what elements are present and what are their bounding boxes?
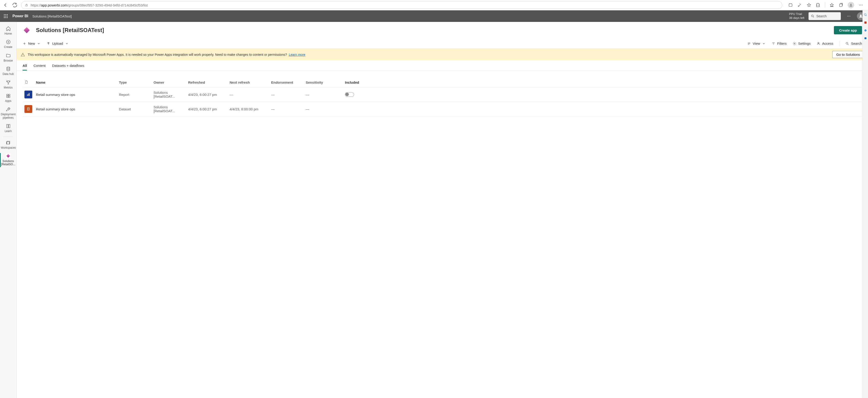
app-launcher-icon[interactable] xyxy=(3,13,8,19)
table-row[interactable]: Retail summary store opsDatasetSolutions… xyxy=(23,102,862,117)
learn-more-link[interactable]: Learn more xyxy=(289,53,306,57)
edge-tool-icon[interactable] xyxy=(864,37,867,40)
col-owner[interactable]: Owner xyxy=(152,78,186,87)
svg-rect-42 xyxy=(864,37,866,39)
svg-point-13 xyxy=(4,17,5,18)
edge-tool-icon[interactable] xyxy=(864,21,867,24)
col-endorsement[interactable]: Endorsement xyxy=(269,78,304,87)
svg-point-10 xyxy=(4,16,5,16)
favorite-icon[interactable] xyxy=(806,3,811,8)
nav-active-workspace[interactable]: Solutions[RetailSO... xyxy=(0,152,17,168)
nav-learn[interactable]: Learn xyxy=(0,122,17,135)
apps-icon xyxy=(6,93,11,98)
refresh-button[interactable] xyxy=(12,2,18,8)
table-row[interactable]: Retail summary store opsReportSolutions … xyxy=(23,87,862,102)
app-mode-icon[interactable] xyxy=(788,3,793,8)
breadcrumb[interactable]: Solutions [RetailSOATest] xyxy=(32,14,72,18)
filters-button[interactable]: Filters xyxy=(772,41,786,45)
svg-point-22 xyxy=(7,67,10,68)
app-topbar: Power BI Solutions [RetailSOATest] PPU T… xyxy=(0,10,868,22)
favorites-list-icon[interactable] xyxy=(829,3,834,8)
svg-rect-26 xyxy=(8,96,10,98)
svg-point-34 xyxy=(846,42,848,44)
nav-rail: Home Create Browse Data hub Metrics Apps… xyxy=(0,22,17,398)
upload-button[interactable]: Upload xyxy=(46,41,69,45)
nav-create[interactable]: Create xyxy=(0,38,17,51)
command-bar: New Upload View Filters Settings xyxy=(17,38,868,48)
extensions-icon[interactable] xyxy=(816,3,821,8)
svg-rect-23 xyxy=(6,94,8,96)
nav-apps[interactable]: Apps xyxy=(0,92,17,105)
svg-rect-0 xyxy=(26,5,27,6)
collections-icon[interactable] xyxy=(838,3,843,8)
item-included xyxy=(343,87,862,102)
separator xyxy=(3,137,13,137)
col-sensitivity[interactable]: Sensitivity xyxy=(304,78,343,87)
col-refreshed[interactable]: Refreshed xyxy=(186,78,228,87)
svg-point-9 xyxy=(7,14,8,15)
svg-point-41 xyxy=(864,29,866,31)
report-icon xyxy=(25,91,32,98)
svg-point-3 xyxy=(850,4,851,5)
brand-label[interactable]: Power BI xyxy=(12,14,28,18)
back-button[interactable] xyxy=(2,2,8,8)
create-app-button[interactable]: Create app xyxy=(834,26,862,34)
workspaces-icon xyxy=(6,140,11,145)
svg-rect-2 xyxy=(839,4,842,7)
new-button[interactable]: New xyxy=(23,41,40,45)
svg-point-32 xyxy=(794,43,795,44)
search-icon xyxy=(845,42,849,45)
svg-rect-24 xyxy=(8,94,10,96)
item-owner: Solutions [RetailSOAT... xyxy=(152,87,186,102)
svg-rect-36 xyxy=(28,94,29,96)
content-tabs: All Content Datasets + dataflows xyxy=(17,60,868,71)
col-name[interactable]: Name xyxy=(34,78,117,87)
col-type[interactable]: Type xyxy=(117,78,152,87)
nav-datahub[interactable]: Data hub xyxy=(0,65,17,78)
go-to-solutions-button[interactable]: Go to Solutions xyxy=(832,51,864,58)
workspace-search-button[interactable]: Search xyxy=(845,41,862,45)
upload-icon xyxy=(46,42,50,45)
item-type: Report xyxy=(117,87,152,102)
list-icon xyxy=(747,42,751,45)
item-endorsement: — xyxy=(269,87,304,102)
address-bar[interactable]: https://app.powerbi.com/groups/08ecf957-… xyxy=(21,1,782,9)
global-search-input[interactable]: Search xyxy=(808,12,841,20)
plus-circle-icon xyxy=(6,39,11,44)
item-included xyxy=(343,102,862,117)
nav-metrics[interactable]: Metrics xyxy=(0,78,17,92)
settings-button[interactable]: Settings xyxy=(793,41,811,45)
svg-rect-35 xyxy=(27,95,28,96)
edge-sidebar xyxy=(863,10,868,398)
item-name[interactable]: Retail summary store ops xyxy=(34,87,117,102)
separator xyxy=(825,3,825,8)
tab-all[interactable]: All xyxy=(23,64,27,70)
col-included[interactable]: Included xyxy=(343,78,862,87)
item-refreshed: 4/4/23, 6:00:27 pm xyxy=(186,87,228,102)
read-aloud-icon[interactable] xyxy=(797,3,802,8)
nav-browse[interactable]: Browse xyxy=(0,51,17,65)
item-name[interactable]: Retail summary store ops xyxy=(34,102,117,117)
included-toggle[interactable] xyxy=(345,92,354,97)
edge-tool-icon[interactable] xyxy=(864,29,867,32)
edge-search-icon[interactable] xyxy=(864,13,867,16)
svg-point-27 xyxy=(8,108,9,109)
browser-profile-icon[interactable] xyxy=(848,2,854,8)
browser-more-icon[interactable] xyxy=(858,3,863,8)
svg-point-15 xyxy=(7,17,8,18)
tab-datasets[interactable]: Datasets + dataflows xyxy=(52,64,84,70)
nav-pipelines[interactable]: Deployment pipelines xyxy=(0,105,17,122)
col-next-refresh[interactable]: Next refresh xyxy=(228,78,269,87)
tab-content[interactable]: Content xyxy=(33,64,45,70)
home-icon xyxy=(6,26,11,31)
access-button[interactable]: Access xyxy=(816,41,833,45)
item-sensitivity: — xyxy=(304,102,343,117)
chevron-down-icon xyxy=(65,42,69,45)
nav-home[interactable]: Home xyxy=(0,24,17,38)
topbar-more-button[interactable] xyxy=(845,12,853,20)
view-button[interactable]: View xyxy=(747,41,766,45)
nav-workspaces[interactable]: Workspaces xyxy=(0,138,17,152)
folder-icon xyxy=(6,53,11,58)
item-sensitivity: — xyxy=(304,87,343,102)
svg-rect-37 xyxy=(29,93,30,96)
